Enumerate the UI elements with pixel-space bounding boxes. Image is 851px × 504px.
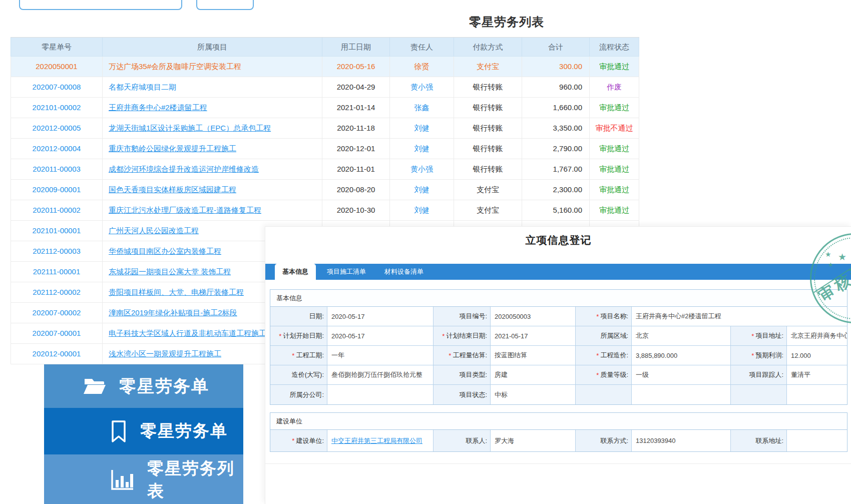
total-cell: 5,160.00 (522, 200, 590, 221)
field-label-text: 项目地址: (755, 331, 783, 340)
person-link[interactable]: 黄小强 (390, 77, 454, 98)
order-no-link[interactable]: 202111-00001 (11, 262, 103, 282)
field-value (327, 385, 434, 404)
project-link[interactable]: 国色天香项目实体样板房区域园建工程 (103, 180, 322, 200)
total-cell: 960.00 (522, 77, 590, 98)
payment-cell: 银行转账 (454, 159, 522, 180)
tab-1[interactable]: 基本信息 (275, 264, 316, 280)
field-value: 中交王府井第三工程局有限公司 (327, 430, 434, 451)
form-row: 造价(大写):叁佰捌拾捌万伍仟捌佰玖拾元整项目类型:房建*质量等级:一级项目跟踪… (270, 365, 847, 385)
required-asterisk: * (596, 313, 599, 320)
order-no-link[interactable]: 202101-00001 (11, 221, 103, 241)
panel-divider (265, 463, 851, 464)
sidebar-item-label: 零星劳务单 (140, 420, 228, 442)
field-label-text: 工程工期: (296, 351, 324, 360)
tab-2[interactable]: 项目施工清单 (319, 264, 373, 280)
tab-3[interactable]: 材料设备清单 (377, 264, 431, 280)
sidebar-menu: 零星劳务单零星劳务单零星劳务列表 (44, 364, 243, 504)
project-link[interactable]: 重庆江北污水处理厂级改造工程-道路修复工程 (103, 200, 322, 221)
payment-cell: 银行转账 (454, 98, 522, 118)
field-label: 所属分公司: (270, 385, 327, 404)
field-label-text: 计划结束日期: (446, 331, 487, 340)
order-no-link[interactable]: 202009-00001 (11, 180, 103, 200)
field-value-text: 房建 (495, 370, 508, 379)
payment-cell: 银行转账 (454, 77, 522, 98)
company-link[interactable]: 中交王府井第三工程局有限公司 (331, 436, 422, 445)
field-label (731, 385, 787, 404)
order-no-link[interactable]: 202007-00008 (11, 77, 103, 98)
project-link[interactable]: 王府井商务中心#2楼遗留工程 (103, 98, 322, 118)
form-section: 基本信息日期:2020-05-17项目编号:2020050003*项目名称:王府… (270, 289, 847, 405)
required-asterisk: * (449, 352, 451, 359)
field-label: *建设单位: (270, 430, 327, 451)
table-row: 202007-00008名都天府城项目二期2020-04-29黄小强银行转账96… (11, 77, 639, 98)
order-no-link[interactable]: 202012-00001 (11, 344, 103, 364)
column-header: 用工日期 (322, 38, 390, 57)
required-asterisk: * (751, 332, 754, 340)
project-link[interactable]: 名都天府城项目二期 (103, 77, 322, 98)
person-link[interactable]: 刘健 (390, 200, 454, 221)
order-no-link[interactable]: 202011-00003 (11, 159, 103, 180)
status-badge: 审批通过 (590, 139, 639, 159)
field-label-text: 项目跟踪人: (749, 370, 783, 379)
order-no-link[interactable]: 202012-00005 (11, 118, 103, 139)
person-link[interactable]: 刘健 (390, 139, 454, 159)
column-header: 合计 (522, 38, 590, 57)
field-label-text: 预期利润: (755, 351, 783, 360)
person-link[interactable]: 徐贤 (390, 57, 454, 77)
person-link[interactable]: 张鑫 (390, 98, 454, 118)
order-no-link[interactable]: 202101-00002 (11, 98, 103, 118)
labor-list-title: 零星劳务列表 (449, 14, 564, 30)
order-no-link[interactable]: 2020050001 (11, 57, 103, 77)
bar-chart-icon (110, 469, 147, 491)
project-link[interactable]: 万达广场35#会所及咖啡厅空调安装工程 (103, 57, 322, 77)
work-date-cell: 2020-10-30 (322, 200, 390, 221)
sidebar-item-2[interactable]: 零星劳务单 (44, 408, 243, 454)
field-label: *质量等级: (576, 365, 632, 385)
form-section-header: 基本信息 (270, 290, 847, 307)
sidebar-item-1[interactable]: 零星劳务单 (44, 364, 243, 408)
order-no-link[interactable]: 202112-00002 (11, 282, 103, 303)
field-label-text: 项目状态: (459, 390, 487, 399)
field-label-text: 项目编号: (459, 312, 487, 321)
field-value: 2020-05-17 (327, 326, 434, 346)
order-no-link[interactable]: 202007-00002 (11, 303, 103, 323)
order-no-link[interactable]: 202011-00002 (11, 200, 103, 221)
order-no-link[interactable]: 202112-00003 (11, 241, 103, 262)
field-value (632, 385, 731, 404)
form-section: 建设单位*建设单位:中交王府井第三工程局有限公司联系人:罗大海联系方式:1312… (270, 412, 847, 452)
field-value (787, 385, 847, 404)
table-row: 202012-00004重庆市鹅岭公园绿化景观提升工程施工2020-12-01刘… (11, 139, 639, 159)
order-no-link[interactable]: 202012-00004 (11, 139, 103, 159)
required-asterisk: * (292, 437, 294, 444)
form-row: 日期:2020-05-17项目编号:2020050003*项目名称:王府井商务中… (270, 307, 847, 326)
field-value-text: 12.000 (791, 352, 811, 359)
field-label-text: 项目名称: (600, 312, 628, 321)
field-label: 所属区域: (576, 326, 632, 346)
status-badge: 作废 (590, 77, 639, 98)
order-no-link[interactable]: 202007-00001 (11, 323, 103, 344)
project-link[interactable]: 成都沙河环境综合提升改造运河护岸维修改造 (103, 159, 322, 180)
person-link[interactable]: 刘健 (390, 180, 454, 200)
field-value-text: 按蓝图结算 (495, 351, 527, 360)
person-link[interactable]: 刘健 (390, 118, 454, 139)
field-value: 2020050003 (491, 307, 576, 326)
form-row: 所属分公司:项目状态:中标 (270, 385, 847, 404)
top-button-fragment[interactable] (196, 0, 254, 10)
work-date-cell: 2020-05-16 (322, 57, 390, 77)
sidebar-item-3[interactable]: 零星劳务列表 (44, 454, 243, 504)
column-header: 责任人 (390, 38, 454, 57)
bookmark-icon (110, 420, 140, 443)
payment-cell: 银行转账 (454, 118, 522, 139)
table-row: 202012-00005龙湖天街城1区设计采购施工（EPC）总承包工程2020-… (11, 118, 639, 139)
required-asterisk: * (292, 352, 294, 359)
total-cell: 3,350.00 (522, 118, 590, 139)
top-input-fragment[interactable] (19, 0, 182, 10)
folder-icon (83, 377, 119, 396)
field-value: 13120393940 (632, 430, 731, 451)
project-link[interactable]: 龙湖天街城1区设计采购施工（EPC）总承包工程 (103, 118, 322, 139)
registration-panel: 立项信息登记 基本信息项目施工清单材料设备清单 基本信息日期:2020-05-1… (265, 226, 851, 504)
person-link[interactable]: 黄小强 (390, 159, 454, 180)
status-badge: 审批通过 (590, 180, 639, 200)
project-link[interactable]: 重庆市鹅岭公园绿化景观提升工程施工 (103, 139, 322, 159)
